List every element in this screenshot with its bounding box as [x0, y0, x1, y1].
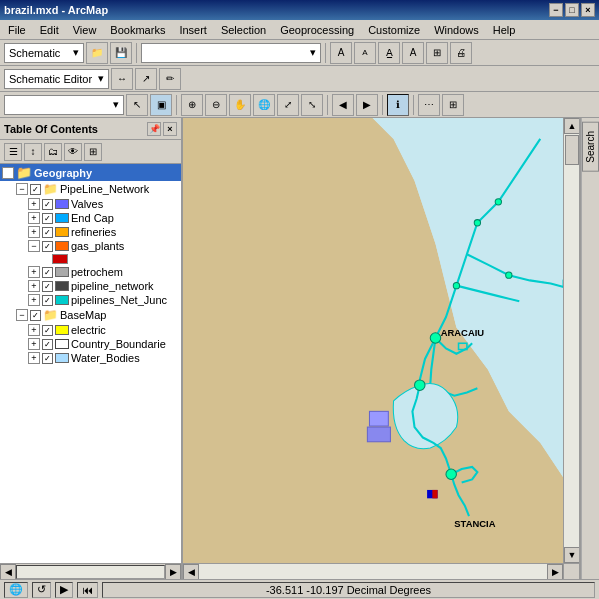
search-tab[interactable]: Search — [582, 122, 599, 172]
map-scroll-down[interactable]: ▼ — [564, 547, 580, 563]
toc-item-geography[interactable]: − 📁 Geography — [0, 164, 181, 181]
map-tool-extra2[interactable]: ⊞ — [442, 94, 464, 116]
toc-item-refineries[interactable]: + ✓ refineries — [0, 225, 181, 239]
toc-item-water-bodies[interactable]: + ✓ Water_Bodies — [0, 351, 181, 365]
expand-pipelines-net[interactable]: + — [28, 294, 40, 306]
expand-gas-plants[interactable]: − — [28, 240, 40, 252]
toc-more[interactable]: ⊞ — [84, 143, 102, 161]
map-tool-select[interactable]: ▣ — [150, 94, 172, 116]
back-btn[interactable]: ⏮ — [77, 582, 98, 598]
check-refineries[interactable]: ✓ — [42, 227, 53, 238]
expand-valves[interactable]: + — [28, 198, 40, 210]
toc-visibility[interactable]: 👁 — [64, 143, 82, 161]
menu-selection[interactable]: Selection — [215, 22, 272, 38]
toc-close[interactable]: × — [163, 122, 177, 136]
map-identify[interactable]: ℹ — [387, 94, 409, 116]
expand-geography[interactable]: − — [2, 167, 14, 179]
check-valves[interactable]: ✓ — [42, 199, 53, 210]
map-hscroll-left[interactable]: ◀ — [183, 564, 199, 579]
close-button[interactable]: × — [581, 3, 595, 17]
check-electric[interactable]: ✓ — [42, 325, 53, 336]
check-endcap[interactable]: ✓ — [42, 213, 53, 224]
toc-item-electric[interactable]: + ✓ electric — [0, 323, 181, 337]
expand-pipeline-network2[interactable]: + — [28, 280, 40, 292]
toc-label-refineries: refineries — [71, 226, 116, 238]
map-scroll-up[interactable]: ▲ — [564, 118, 580, 134]
toc-item-basemap[interactable]: − ✓ 📁 BaseMap — [0, 307, 181, 323]
toc-item-valves[interactable]: + ✓ Valves — [0, 197, 181, 211]
minimize-button[interactable]: − — [549, 3, 563, 17]
map-vscroll-thumb[interactable] — [565, 135, 579, 165]
map-hscroll-right[interactable]: ▶ — [547, 564, 563, 579]
play-btn[interactable]: ▶ — [55, 582, 73, 598]
map-extent-selected[interactable]: ⤡ — [301, 94, 323, 116]
map-zoom-out[interactable]: ⊖ — [205, 94, 227, 116]
expand-pipeline-network[interactable]: − — [16, 183, 28, 195]
toc-item-endcap[interactable]: + ✓ End Cap — [0, 211, 181, 225]
map-viewport[interactable]: ARACAIU STANCIA ▲ ▼ ◀ ▶ — [183, 118, 581, 579]
map-zoom-in[interactable]: ⊕ — [181, 94, 203, 116]
maximize-button[interactable]: □ — [565, 3, 579, 17]
check-basemap[interactable]: ✓ — [30, 310, 41, 321]
toc-item-petrochem[interactable]: + ✓ petrochem — [0, 265, 181, 279]
check-country-boundaries[interactable]: ✓ — [42, 339, 53, 350]
tool-btn-a1[interactable]: A — [330, 42, 352, 64]
expand-refineries[interactable]: + — [28, 226, 40, 238]
menu-file[interactable]: File — [2, 22, 32, 38]
expand-endcap[interactable]: + — [28, 212, 40, 224]
menu-customize[interactable]: Customize — [362, 22, 426, 38]
expand-basemap[interactable]: − — [16, 309, 28, 321]
globe-icon-btn[interactable]: 🌐 — [4, 582, 28, 598]
expand-country-boundaries[interactable]: + — [28, 338, 40, 350]
tool-export[interactable]: ⊞ — [426, 42, 448, 64]
menu-geoprocessing[interactable]: Geoprocessing — [274, 22, 360, 38]
se-tool3[interactable]: ✏ — [159, 68, 181, 90]
se-tool2[interactable]: ↗ — [135, 68, 157, 90]
tool-btn-a2[interactable]: A — [354, 42, 376, 64]
expand-petrochem[interactable]: + — [28, 266, 40, 278]
folder-open-button[interactable]: 📁 — [86, 42, 108, 64]
check-pipelines-net[interactable]: ✓ — [42, 295, 53, 306]
menu-insert[interactable]: Insert — [173, 22, 213, 38]
toc-item-pipeline-network[interactable]: − ✓ 📁 PipeLine_Network — [0, 181, 181, 197]
toc-pin[interactable]: 📌 — [147, 122, 161, 136]
toc-item-gas-plants[interactable]: − ✓ gas_plants — [0, 239, 181, 253]
toc-list-view[interactable]: ☰ — [4, 143, 22, 161]
check-gas-plants[interactable]: ✓ — [42, 241, 53, 252]
menu-windows[interactable]: Windows — [428, 22, 485, 38]
tool-print[interactable]: 🖨 — [450, 42, 472, 64]
map-extent-all[interactable]: ⤢ — [277, 94, 299, 116]
se-tool1[interactable]: ↔ — [111, 68, 133, 90]
check-water-bodies[interactable]: ✓ — [42, 353, 53, 364]
menu-edit[interactable]: Edit — [34, 22, 65, 38]
map-scale-box[interactable]: ▾ — [4, 95, 124, 115]
toc-scroll-left[interactable]: ◀ — [0, 564, 16, 580]
toc-item-pipelines-net[interactable]: + ✓ pipelines_Net_Junc — [0, 293, 181, 307]
map-forward[interactable]: ▶ — [356, 94, 378, 116]
map-back[interactable]: ◀ — [332, 94, 354, 116]
schematic-dropdown[interactable]: Schematic ▾ — [4, 43, 84, 63]
progress-btn[interactable]: ↺ — [32, 582, 51, 598]
check-pipeline-network[interactable]: ✓ — [30, 184, 41, 195]
toc-source[interactable]: 🗂 — [44, 143, 62, 161]
schematic-editor-dropdown[interactable]: Schematic Editor ▾ — [4, 69, 109, 89]
map-tool-extra1[interactable]: ⋯ — [418, 94, 440, 116]
expand-water-bodies[interactable]: + — [28, 352, 40, 364]
save-button[interactable]: 💾 — [110, 42, 132, 64]
menu-help[interactable]: Help — [487, 22, 522, 38]
menu-bookmarks[interactable]: Bookmarks — [104, 22, 171, 38]
map-globe[interactable]: 🌐 — [253, 94, 275, 116]
toc-scroll-right[interactable]: ▶ — [165, 564, 181, 580]
schematic-search-box[interactable]: ▾ — [141, 43, 321, 63]
tool-btn-a3[interactable]: A̲ — [378, 42, 400, 64]
toc-item-country-boundaries[interactable]: + ✓ Country_Boundarie — [0, 337, 181, 351]
map-pan[interactable]: ✋ — [229, 94, 251, 116]
expand-electric[interactable]: + — [28, 324, 40, 336]
check-pipeline-network2[interactable]: ✓ — [42, 281, 53, 292]
check-petrochem[interactable]: ✓ — [42, 267, 53, 278]
tool-btn-a4[interactable]: A — [402, 42, 424, 64]
toc-draw-order[interactable]: ↕ — [24, 143, 42, 161]
menu-view[interactable]: View — [67, 22, 103, 38]
toc-item-pipeline-network2[interactable]: + ✓ pipeline_network — [0, 279, 181, 293]
map-tool-arrow[interactable]: ↖ — [126, 94, 148, 116]
